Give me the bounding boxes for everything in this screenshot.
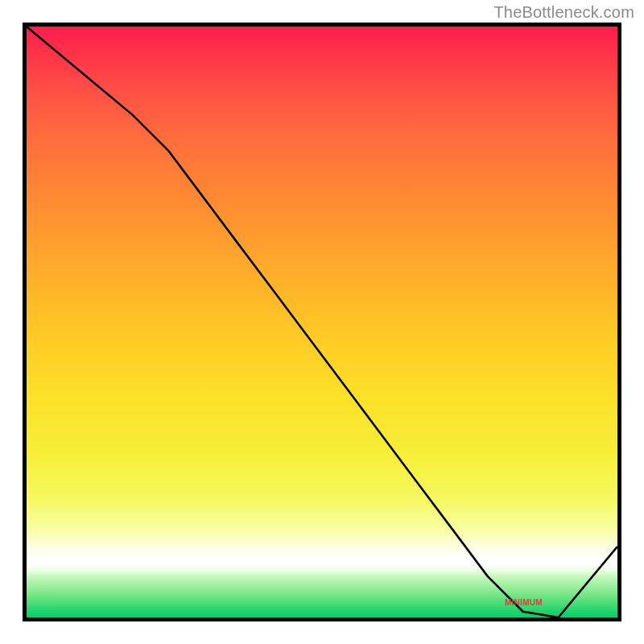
minimum-value-label: MINIMUM [505, 598, 543, 607]
chart-container: TheBottleneck.com MINIMUM [0, 0, 644, 644]
plot-frame: MINIMUM [23, 23, 621, 621]
watermark-text: TheBottleneck.com [493, 3, 634, 22]
curve-svg [27, 27, 617, 617]
bottleneck-curve [27, 27, 617, 617]
